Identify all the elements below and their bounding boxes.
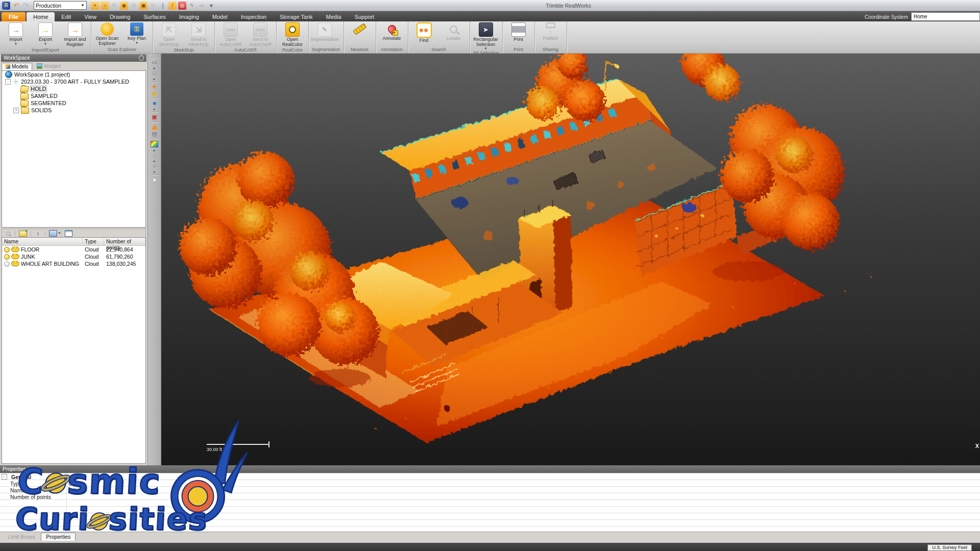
cloud-dropdown-icon[interactable]: ▸ [150,169,159,173]
ribbon-button-icon: ◌ [101,22,114,36]
sampling-dropdown-icon[interactable]: ▸ [150,159,159,163]
column-header-points[interactable]: Number of points [104,238,145,245]
ribbon-button[interactable]: ⇱ Open SketchUp [154,22,184,47]
new-project-icon[interactable]: + [91,2,99,10]
eraser-icon[interactable]: ▭ [198,2,206,10]
ribbon-button[interactable]: ⚿ Key Plan ▾ [122,22,152,44]
table-row[interactable]: JUNK Cloud 61,790,260 [2,253,145,260]
column-header-type[interactable]: Type [83,238,104,245]
property-value[interactable]: Group [65,481,83,487]
ribbon-tab[interactable]: View [78,12,103,21]
properties-view-icon[interactable] [65,230,72,237]
redo-icon[interactable]: ↷ [21,2,30,10]
point-cloud-canvas[interactable] [161,53,980,465]
toolbar-overflow-icon[interactable]: ▾ [207,2,215,10]
tree-expander[interactable]: - [5,79,11,85]
ribbon-button[interactable]: → Import and Register [60,22,90,47]
tree-expander[interactable]: + [13,108,19,113]
ribbon-tab[interactable]: Home [27,12,55,21]
column-header-name[interactable]: Name [2,238,83,245]
ribbon-button[interactable]: CAD Send to AutoCAD® [246,22,275,47]
ribbon-button[interactable] [345,22,375,36]
target-icon[interactable]: ◉ [150,90,159,97]
visibility-bulb-icon[interactable] [4,247,10,253]
pan-icon[interactable]: ✛ [150,84,159,90]
examine-dropdown-icon[interactable]: ▸ [150,66,159,70]
tree-item[interactable]: SEGMENTED [2,99,145,107]
property-row: Number of points [0,493,980,500]
ribbon-button[interactable]: Annotate [377,22,407,41]
ribbon-button-label: Open Scan Explorer [93,36,121,46]
save-icon[interactable]: □ [130,2,138,10]
workspace-tab[interactable]: Models [2,63,32,70]
flag-icon[interactable]: ⚐ [110,2,118,10]
new-group-icon[interactable] [19,231,27,237]
property-row: Type Group [0,480,980,487]
ribbon-tab[interactable]: Edit [55,12,78,21]
edit-icon[interactable]: ✎ [188,2,196,10]
property-group-expander[interactable]: - [2,474,7,480]
ribbon-button[interactable]: ✱✱ Find [409,22,439,43]
viewport-3d[interactable]: ▭▸□▸✛◉■▸▣▤▸∴▸○▸● [148,53,980,465]
page-dropdown-icon[interactable]: ▸ [150,77,159,81]
scale-bar-label: 30.00 ft [207,447,270,452]
search-icon[interactable]: ○ [101,2,109,10]
ribbon-tab[interactable]: Drawing [103,12,137,21]
table-row[interactable]: FLOOR Cloud 22,940,864 [2,246,145,253]
ribbon-button[interactable]: → Import ▾ [1,22,31,45]
ribbon-tab[interactable]: Media [320,12,348,21]
properties-tab[interactable]: Properties [41,533,76,541]
separator [151,57,159,58]
measure-quick-icon[interactable]: / [168,2,177,10]
table-row[interactable]: WHOLE ART BUILDING Cloud 138,030,245 [2,260,145,267]
display-settings-icon[interactable]: ▣ [150,114,159,120]
ribbon-button[interactable]: Locate [439,22,469,41]
ribbon-button[interactable]: ✎ Segmentation [310,22,339,42]
tree-item[interactable]: SAMPLED [2,92,145,99]
tree-item[interactable]: HOLD [2,85,145,92]
ribbon-button[interactable]: CAD Open AutoCAD® [216,22,246,47]
pin-icon[interactable] [138,54,145,61]
ribbon-button[interactable]: ➤ Rectangular Selection ▾ [471,22,501,50]
mode-select[interactable]: Production ▼ [34,1,87,10]
lock-document-icon[interactable]: ▣ [139,2,148,10]
ribbon-tab[interactable]: Imaging [173,12,206,21]
ribbon-button[interactable]: → Export ▾ [31,22,60,45]
coordinate-system-select[interactable]: Home [911,12,980,21]
locate-quick-icon[interactable]: ◎ [178,2,186,10]
tree-item[interactable]: WorkSpace (1 project) [2,71,145,78]
ribbon-tab[interactable]: Model [206,12,234,21]
ribbon-button[interactable]: ↑ Publish [536,22,566,41]
cube-dropdown-icon[interactable]: ▸ [150,107,159,111]
ribbon-tab[interactable]: Surfaces [137,12,172,21]
ribbon-button[interactable]: ◌ Open Scan Explorer [92,22,122,46]
document-icon[interactable]: □ [149,2,157,10]
realcolor-quick-icon[interactable]: ◉ [120,2,128,10]
ribbon-button[interactable]: ⇲ Send to SketchUp [184,22,213,47]
units-indicator[interactable]: U.S. Survey Feet [927,544,972,551]
viewport-tool-strip: ▭▸□▸✛◉■▸▣▤▸∴▸○▸● [148,53,161,465]
app-icon[interactable]: R [2,2,10,10]
ribbon-tab[interactable]: File [2,12,26,21]
tree-item[interactable]: + SOLIDS [2,107,145,114]
property-value[interactable]: HOLD [65,487,83,493]
workspace-tab[interactable]: Images [33,62,65,70]
view-mode-icon[interactable] [49,230,57,237]
print-view-icon[interactable]: ▤ [150,131,159,137]
go-up-icon[interactable]: ↑ [35,230,41,237]
color-dropdown-icon[interactable]: ▸ [150,148,159,152]
visibility-bulb-icon[interactable] [4,261,10,267]
tree-item[interactable]: - 2023.03.30 - 3700 ART - FULLY SAMPLED [2,78,145,85]
ribbon-tab[interactable]: Inspection [234,12,273,21]
ribbon-button[interactable]: Open RealColor [278,22,307,47]
mode-select-value: Production [36,3,61,9]
undo-icon[interactable]: ↶ [12,2,20,10]
point-size-icon[interactable]: ● [150,177,159,183]
ribbon-button[interactable]: Print [504,22,533,42]
properties-tab[interactable]: Limit Boxes [3,533,40,541]
separator[interactable]: | [159,2,167,10]
title-bar: R ↶↷ Production ▼ +○⚐◉□▣□|/◎✎▭▾ Trimble … [0,0,980,11]
ribbon-tab[interactable]: Support [348,12,381,21]
ribbon-tab[interactable]: Storage Tank [273,12,320,21]
visibility-bulb-icon[interactable] [4,254,10,260]
